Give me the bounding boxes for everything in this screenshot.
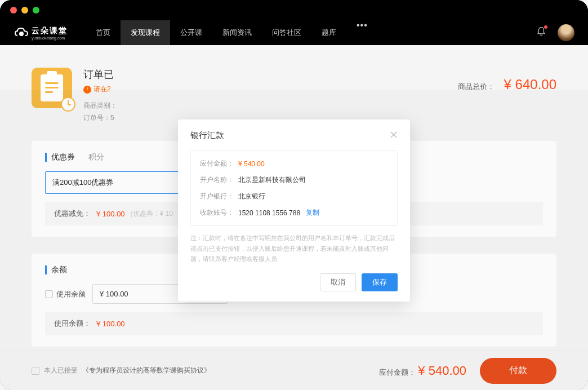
nav-home[interactable]: 首页 (86, 20, 121, 45)
modal-account-name-value: 北京昱新科技有限公司 (238, 175, 306, 185)
user-avatar[interactable] (558, 24, 574, 41)
cloud-logo-icon (14, 25, 29, 41)
modal-note: 注：汇款时，请在备注中写明您在我公司的用户名和本订单号，汇款完成后请点击已支付按… (190, 233, 398, 264)
modal-bank-value: 北京银行 (238, 192, 265, 201)
nav-items: 首页 发现课程 公开课 新闻资讯 问答社区 题库 ••• (86, 20, 378, 45)
nav-news[interactable]: 新闻资讯 (212, 20, 262, 45)
modal-bank-label: 开户银行： (200, 192, 238, 201)
order-title: 订单已 (83, 68, 447, 81)
modal-close-button[interactable] (390, 130, 398, 141)
modal-body: 应付金额： ¥ 540.00 开户名称： 北京昱新科技有限公司 开户银行： 北京… (190, 150, 398, 226)
logo[interactable]: 云朵课堂 yunduoketang.com (14, 25, 68, 41)
modal-cancel-button[interactable]: 取消 (320, 273, 356, 291)
window-titlebar (0, 0, 588, 20)
nav-open-courses[interactable]: 公开课 (170, 20, 212, 45)
nav-question-bank[interactable]: 题库 (311, 20, 346, 45)
modal-amount-value: ¥ 540.00 (238, 160, 265, 168)
page-content: 订单已 ! 请在2 商品类别： 订单号：5 商品总价： ¥ 640.00 优惠券… (0, 45, 588, 390)
bank-transfer-modal: 银行汇款 应付金额： ¥ 540.00 开户名称： 北京昱新科技有限公司 (178, 119, 410, 302)
nav-more-icon[interactable]: ••• (346, 20, 378, 45)
modal-account-no-value: 1520 1108 1556 788 (238, 209, 300, 217)
top-navbar: 云朵课堂 yunduoketang.com 首页 发现课程 公开课 新闻资讯 问… (0, 20, 588, 45)
nav-discover-courses[interactable]: 发现课程 (121, 20, 170, 45)
order-total-value: ¥ 640.00 (504, 77, 556, 92)
minimize-window-button[interactable] (21, 7, 28, 14)
copy-account-button[interactable]: 复制 (306, 208, 319, 218)
logo-text-en: yunduoketang.com (32, 36, 68, 40)
maximize-window-button[interactable] (33, 7, 39, 14)
svg-point-0 (19, 32, 24, 36)
nav-qa-community[interactable]: 问答社区 (262, 20, 311, 45)
close-window-button[interactable] (10, 7, 17, 14)
notification-bell[interactable] (536, 26, 546, 39)
logo-text-cn: 云朵课堂 (32, 26, 68, 36)
modal-overlay[interactable]: 银行汇款 应付金额： ¥ 540.00 开户名称： 北京昱新科技有限公司 (0, 90, 588, 390)
notification-dot (544, 25, 547, 29)
close-icon (390, 131, 398, 139)
modal-amount-label: 应付金额： (200, 159, 238, 169)
modal-title: 银行汇款 (190, 130, 224, 141)
order-total-label: 商品总价： (458, 82, 495, 91)
modal-account-no-label: 收款账号： (200, 208, 238, 218)
modal-account-name-label: 开户名称： (200, 175, 238, 185)
modal-save-button[interactable]: 保存 (362, 273, 398, 291)
